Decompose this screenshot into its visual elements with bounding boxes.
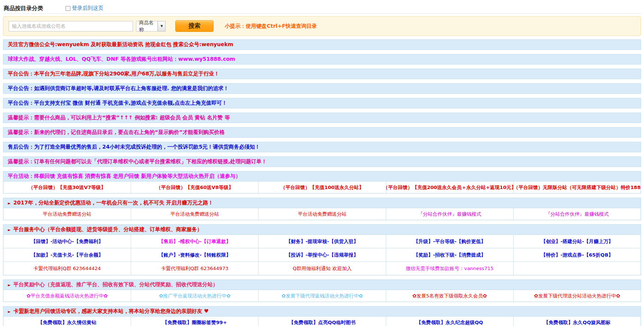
pointer-icon: ► xyxy=(8,283,11,287)
announcement-text: 球球大作战、穿越火线、LOL、QQ飞车、DNF 等各游戏账号出租网站：www.w… xyxy=(8,56,235,63)
announcement-bar-payment-methods: 平台公告：平台支持支付宝 微信 财付通 手机充值卡,游戏点卡充值余额,点击左上角… xyxy=(3,98,641,108)
search-tip: 小提示：使用键盘Ctrl+F快速查询目录 xyxy=(225,23,317,30)
free-substation-link[interactable]: 平台活动免费赠送分站 xyxy=(258,208,386,220)
empty-cell xyxy=(513,262,641,275)
activity-link-v7[interactable]: （平台回馈）【充值30送V7等级】 xyxy=(3,182,131,193)
service-link-discount[interactable]: 【特价】-游戏点券-【65折QB】 xyxy=(513,248,641,261)
activity-link-200[interactable]: （平台回馈）【充值200送永久会员＋永久分站+返现10元】 xyxy=(386,182,513,193)
section-title: 卡盟新老用户回馈活动专区，感谢大家支持本站，将本站分享给您身边的亲朋好友 ♥ xyxy=(13,308,209,315)
section-service-center: ► 平台服务中心（平台余额提现、进货等级提升、分站搭建、订单维权、商家服务） 【… xyxy=(3,224,641,275)
login-checkbox[interactable] xyxy=(66,6,70,11)
promo-2017-table: 平台活动免费赠送分站 平台活动免费赠送分站 平台活动免费赠送分站 『分站合作伙伴… xyxy=(3,208,641,220)
announcement-text: 温馨提示：新来的代理们，记住进商品目录后，要点击右上角的“显示购价”才能看到购买… xyxy=(8,129,224,136)
reward-link-5-subagents[interactable]: ✿发展5名有效下级领取永久会员✿ xyxy=(386,290,513,302)
announcement-text: 平台公告：如遇到供货商订单超时等,请及时联系平台右上角客服处理. 您的满意是我们… xyxy=(8,85,229,92)
page-title: 商品按目录分类 xyxy=(4,5,43,12)
table-row: （平台回馈）【充值30送V7等级】 （平台回馈）【充值60送V8等级】 （平台回… xyxy=(3,182,641,193)
reward-table: ✿平台充值余额返钱活动火热进行中✿ ✿推广平台返现活动火热进行中✿ ✿发展下级代… xyxy=(3,290,641,302)
table-row: 【免费领取】永久情侣黄钻 【免费领取】圈圈标签赞99+ 【免费领取】点亮QQ临时… xyxy=(3,317,641,326)
table-row: ✿平台充值余额返钱活动火热进行中✿ ✿推广平台返现活动火热进行中✿ ✿发展下级代… xyxy=(3,290,641,302)
announcement-text: 温馨提示：需要什么商品，可以利用上方“搜索”↑↑↑ 例如搜索: 超级会员 会员 … xyxy=(8,114,230,121)
pointer-icon: ► xyxy=(8,309,11,314)
pointer-icon: ► xyxy=(8,201,11,205)
announcement-bar-wechat: 关注官方微信公众号:wenyuekm 及时获取最新活动资讯 抢现金红包 搜索公众… xyxy=(3,39,641,50)
free-substation-link[interactable]: 平台活动免费赠送分站 xyxy=(3,208,131,220)
qq-group-notice[interactable]: Q群用做福利通知 欢迎加入 xyxy=(258,262,386,275)
free-substation-link[interactable]: 平台活动免费赠送分站 xyxy=(131,208,258,220)
table-row: 【加款】-充值卡兑-【平台余额】 【账户】-资料修改-【转账权限】 【投诉】-举… xyxy=(3,248,641,261)
announcement-bar-aftersale: 售后公告：为了打造全网最优秀的售后，24小时未完成投诉处理的，一个投诉罚款5元！… xyxy=(3,142,641,152)
section-gift-header: ► 卡盟新老用户回馈活动专区，感谢大家支持本站，将本站分享给您身边的亲朋好友 ♥ xyxy=(3,306,641,317)
announcement-text: 关注官方微信公众号:wenyuekm 及时获取最新活动资讯 抢现金红包 搜索公众… xyxy=(8,41,233,48)
section-title: 2017年，分站全新定价优惠活动，一年机会只有一次，机不可失 开启月赚万元之路！ xyxy=(13,200,214,206)
qq-group-link-2[interactable]: 卡盟代理福利Q群 623644973 xyxy=(131,262,258,275)
service-link-aftersale[interactable]: 【售后】-维权中心-【订单退款】 xyxy=(131,235,258,248)
qq-group-link-1[interactable]: 卡盟代理福利Q群 623644424 xyxy=(3,262,131,275)
reward-link-substation-gift[interactable]: ✿发展下级代理送分站活动火热进行中✿ xyxy=(513,290,641,302)
announcement-text: 平台公告：平台支持支付宝 微信 财付通 手机充值卡,游戏点卡充值余额,点击左上角… xyxy=(8,100,227,107)
section-reward-center: ► 平台奖励中心（充值返现、推广平台、招收有效下级、分站代理奖励、招收代理送分站… xyxy=(3,279,641,302)
top-bar: 商品按目录分类 登录后到这页 xyxy=(3,3,641,14)
search-panel: 商品名称 ▼ 搜索 小提示：使用键盘Ctrl+F快速查询目录 xyxy=(3,16,641,36)
login-link[interactable]: 登录后到这页 xyxy=(72,5,103,12)
reward-link-balance-rebate[interactable]: ✿平台充值余额返钱活动火热进行中✿ xyxy=(3,290,131,302)
gift-link-couple-diamond[interactable]: 【免费领取】永久情侣黄钻 xyxy=(3,317,131,326)
section-2017-promo: ► 2017年，分站全新定价优惠活动，一年机会只有一次，机不可失 开启月赚万元之… xyxy=(3,198,641,220)
service-link-finance[interactable]: 【财务】-提现审核-【供货入驻】 xyxy=(258,235,386,248)
page: 商品按目录分类 登录后到这页 商品名称 ▼ 搜索 小提示：使用键盘Ctrl+F快… xyxy=(0,0,644,326)
activity-link-unlimited[interactable]: （平台回馈）无限版分站（可无限搭建下级分站）特价188 xyxy=(513,182,641,193)
table-row: 平台活动免费赠送分站 平台活动免费赠送分站 平台活动免费赠送分站 『分站合作伙伴… xyxy=(3,208,641,220)
announcement-text: 售后公告：为了打造全网最优秀的售后，24小时未完成投诉处理的，一个投诉罚款5元！… xyxy=(8,144,260,150)
announcement-bar-supplier-timeout: 平台公告：如遇到供货商订单超时等,请及时联系平台右上角客服处理. 您的满意是我们… xyxy=(3,83,641,94)
wechat-topup-account[interactable]: 微信无需手续费加款账号：vanness715 xyxy=(386,262,513,275)
chevron-down-icon[interactable]: ▼ xyxy=(158,21,166,32)
gift-table: 【免费领取】永久情侣黄钻 【免费领取】圈圈标签赞99+ 【免费领取】点亮QQ临时… xyxy=(3,317,641,326)
announcement-text: 温馨提示：订单有任何问题都可以去「代理订单维权中心或者平台搜索维权」下相应的维权… xyxy=(8,158,267,165)
section-gift-zone: ► 卡盟新老用户回馈活动专区，感谢大家支持本站，将本站分享给您身边的亲朋好友 ♥… xyxy=(3,306,641,326)
section-activity-header: 平台活动：终极回馈 充值有惊喜 消费有惊喜 老用户回馈 新用户体验等大型活动火热… xyxy=(3,171,641,182)
service-link-complaint[interactable]: 【投诉】-举报中心-【违规举报】 xyxy=(258,248,386,261)
gift-link-qq-icon[interactable]: 【免费领取】点亮QQ临时图书 xyxy=(258,317,386,326)
partner-mode-link[interactable]: 『分站合作伙伴』最赚钱模式 xyxy=(513,208,641,220)
category-select-value: 商品名称 xyxy=(136,21,158,32)
announcement-text: 平台公告：本平台为三年老品牌,现旗下分站2900家,用户68万,以服务与售后立足… xyxy=(8,71,219,77)
section-reward-header: ► 平台奖励中心（充值返现、推广平台、招收有效下级、分站代理奖励、招收代理送分站… xyxy=(3,279,641,290)
section-2017-header: ► 2017年，分站全新定价优惠活动，一年机会只有一次，机不可失 开启月赚万元之… xyxy=(3,198,641,208)
announcement-bar-search-tip: 温馨提示：需要什么商品，可以利用上方“搜索”↑↑↑ 例如搜索: 超级会员 会员 … xyxy=(3,113,641,123)
table-row: 卡盟代理福利Q群 623644424 卡盟代理福利Q群 623644973 Q群… xyxy=(3,261,641,275)
category-select[interactable]: 商品名称 ▼ xyxy=(136,21,166,32)
section-title: 平台活动：终极回馈 充值有惊喜 消费有惊喜 老用户回馈 新用户体验等大型活动火热… xyxy=(8,173,241,180)
service-table: 【回馈】-活动中心-【免费福利】 【售后】-维权中心-【订单退款】 【财务】-提… xyxy=(3,235,641,275)
activity-table: （平台回馈）【充值30送V7等级】 （平台回馈）【充值60送V8等级】 （平台回… xyxy=(3,182,641,194)
service-link-topup[interactable]: 【加款】-充值卡兑-【平台余额】 xyxy=(3,248,131,261)
section-platform-activity: 平台活动：终极回馈 充值有惊喜 消费有惊喜 老用户回馈 新用户体验等大型活动火热… xyxy=(3,171,641,194)
activity-link-substation[interactable]: （平台回馈）【充值100送永久分站】 xyxy=(258,182,386,193)
service-link-reward[interactable]: 【奖励】-招收下级-【消费提成】 xyxy=(386,248,513,261)
announcement-bar-agent-tip: 温馨提示：新来的代理们，记住进商品目录后，要点击右上角的“显示购价”才能看到购买… xyxy=(3,127,641,138)
section-service-header: ► 平台服务中心（平台余额提现、进货等级提升、分站搭建、订单维权、商家服务） xyxy=(3,224,641,235)
login-after-option[interactable]: 登录后到这页 xyxy=(66,5,103,12)
gift-link-xuanfeng-icon[interactable]: 【免费领取】永久QQ旋风图标 xyxy=(513,317,641,326)
search-input[interactable] xyxy=(9,21,133,32)
reward-link-subagent-rebate[interactable]: ✿发展下级代理返钱活动火热进行中✿ xyxy=(258,290,386,302)
pointer-icon: ► xyxy=(8,228,11,232)
partner-mode-link[interactable]: 『分站合作伙伴』最赚钱模式 xyxy=(386,208,513,220)
section-title: 平台服务中心（平台余额提现、进货等级提升、分站搭建、订单维权、商家服务） xyxy=(13,226,202,233)
service-link-rebate[interactable]: 【回馈】-活动中心-【免费福利】 xyxy=(3,235,131,248)
reward-link-promotion[interactable]: ✿推广平台返现活动火热进行中✿ xyxy=(131,290,258,302)
service-link-startup[interactable]: 【创业】-搭建分站-【月赚上万】 xyxy=(513,235,641,248)
section-title: 平台奖励中心（充值返现、推广平台、招收有效下级、分站代理奖励、招收代理送分站） xyxy=(13,281,218,288)
activity-link-v8[interactable]: （平台回馈）【充值60送V8等级】 xyxy=(131,182,258,193)
gift-link-super-qq[interactable]: 【免费领取】永久纪念超级QQ xyxy=(386,317,513,326)
service-link-account[interactable]: 【账户】-资料修改-【转账权限】 xyxy=(131,248,258,261)
service-link-upgrade[interactable]: 【升级】-平台等级-【购价更低】 xyxy=(386,235,513,248)
search-button[interactable]: 搜索 xyxy=(175,20,214,32)
announcement-bar-platform-brand: 平台公告：本平台为三年老品牌,现旗下分站2900家,用户68万,以服务与售后立足… xyxy=(3,69,641,79)
gift-link-tag-likes[interactable]: 【免费领取】圈圈标签赞99+ xyxy=(131,317,258,326)
announcement-bar-rental-site: 球球大作战、穿越火线、LOL、QQ飞车、DNF 等各游戏账号出租网站：www.w… xyxy=(3,54,641,65)
announcement-bar-rights-protection: 温馨提示：订单有任何问题都可以去「代理订单维权中心或者平台搜索维权」下相应的维权… xyxy=(3,156,641,167)
table-row: 【回馈】-活动中心-【免费福利】 【售后】-维权中心-【订单退款】 【财务】-提… xyxy=(3,235,641,248)
